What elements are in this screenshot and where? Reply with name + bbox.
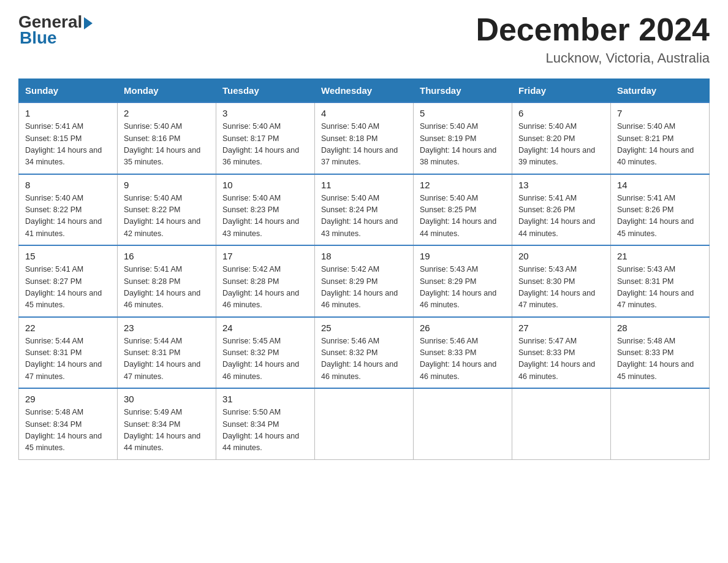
daylight-label: Daylight: 14 hours and 39 minutes.: [518, 146, 595, 166]
day-info: Sunrise: 5:43 AM Sunset: 8:30 PM Dayligh…: [518, 264, 604, 312]
sunset-label: Sunset: 8:22 PM: [124, 205, 180, 214]
calendar-cell: 2 Sunrise: 5:40 AM Sunset: 8:16 PM Dayli…: [118, 102, 216, 174]
day-info: Sunrise: 5:40 AM Sunset: 8:18 PM Dayligh…: [321, 121, 407, 169]
day-number: 31: [222, 394, 308, 404]
daylight-label: Daylight: 14 hours and 46 minutes.: [222, 360, 299, 380]
daylight-label: Daylight: 14 hours and 44 minutes.: [420, 217, 496, 237]
sunrise-label: Sunrise: 5:43 AM: [420, 265, 478, 274]
sunrise-label: Sunrise: 5:40 AM: [518, 122, 577, 131]
sunrise-label: Sunrise: 5:41 AM: [25, 122, 83, 131]
day-info: Sunrise: 5:48 AM Sunset: 8:34 PM Dayligh…: [25, 407, 111, 454]
day-info: Sunrise: 5:40 AM Sunset: 8:21 PM Dayligh…: [617, 121, 703, 169]
header-thursday: Thursday: [414, 79, 512, 103]
calendar-cell: 1 Sunrise: 5:41 AM Sunset: 8:15 PM Dayli…: [19, 102, 118, 174]
calendar-cell: 16 Sunrise: 5:41 AM Sunset: 8:28 PM Dayl…: [118, 245, 216, 317]
day-number: 12: [420, 180, 506, 190]
sunset-label: Sunset: 8:33 PM: [518, 348, 575, 357]
calendar-week-5: 29 Sunrise: 5:48 AM Sunset: 8:34 PM Dayl…: [19, 388, 710, 459]
daylight-label: Daylight: 14 hours and 38 minutes.: [420, 146, 496, 166]
sunset-label: Sunset: 8:34 PM: [124, 420, 180, 429]
day-info: Sunrise: 5:44 AM Sunset: 8:31 PM Dayligh…: [25, 335, 111, 383]
sunrise-label: Sunrise: 5:43 AM: [518, 265, 577, 274]
header-wednesday: Wednesday: [315, 79, 414, 103]
daylight-label: Daylight: 14 hours and 44 minutes.: [518, 217, 595, 237]
day-info: Sunrise: 5:41 AM Sunset: 8:26 PM Dayligh…: [518, 193, 604, 240]
sunrise-label: Sunrise: 5:41 AM: [518, 194, 577, 202]
day-info: Sunrise: 5:49 AM Sunset: 8:34 PM Dayligh…: [124, 407, 210, 454]
sunrise-label: Sunrise: 5:40 AM: [321, 194, 379, 202]
day-number: 10: [222, 180, 308, 190]
calendar-cell: 26 Sunrise: 5:46 AM Sunset: 8:33 PM Dayl…: [414, 317, 512, 389]
calendar-cell: 29 Sunrise: 5:48 AM Sunset: 8:34 PM Dayl…: [19, 388, 118, 459]
day-number: 2: [124, 108, 210, 118]
sunset-label: Sunset: 8:32 PM: [321, 348, 377, 357]
sunrise-label: Sunrise: 5:40 AM: [124, 194, 182, 202]
day-info: Sunrise: 5:46 AM Sunset: 8:33 PM Dayligh…: [420, 335, 506, 383]
daylight-label: Daylight: 14 hours and 46 minutes.: [518, 360, 595, 380]
calendar-week-3: 15 Sunrise: 5:41 AM Sunset: 8:27 PM Dayl…: [19, 245, 710, 317]
calendar-cell: 5 Sunrise: 5:40 AM Sunset: 8:19 PM Dayli…: [414, 102, 512, 174]
calendar-cell: 12 Sunrise: 5:40 AM Sunset: 8:25 PM Dayl…: [414, 174, 512, 246]
sunset-label: Sunset: 8:18 PM: [321, 134, 377, 143]
sunrise-label: Sunrise: 5:40 AM: [25, 194, 83, 202]
daylight-label: Daylight: 14 hours and 45 minutes.: [617, 217, 694, 237]
daylight-label: Daylight: 14 hours and 45 minutes.: [617, 360, 694, 380]
daylight-label: Daylight: 14 hours and 46 minutes.: [321, 289, 398, 309]
sunrise-label: Sunrise: 5:41 AM: [124, 265, 182, 274]
day-number: 6: [518, 108, 604, 118]
calendar-cell: 15 Sunrise: 5:41 AM Sunset: 8:27 PM Dayl…: [19, 245, 118, 317]
day-info: Sunrise: 5:40 AM Sunset: 8:20 PM Dayligh…: [518, 121, 604, 169]
day-number: 24: [222, 323, 308, 333]
sunset-label: Sunset: 8:26 PM: [518, 205, 575, 214]
daylight-label: Daylight: 14 hours and 46 minutes.: [222, 289, 299, 309]
daylight-label: Daylight: 14 hours and 47 minutes.: [617, 289, 694, 309]
header-sunday: Sunday: [19, 79, 118, 103]
header-friday: Friday: [512, 79, 611, 103]
day-number: 3: [222, 108, 308, 118]
calendar-cell: 20 Sunrise: 5:43 AM Sunset: 8:30 PM Dayl…: [512, 245, 611, 317]
calendar-cell: 22 Sunrise: 5:44 AM Sunset: 8:31 PM Dayl…: [19, 317, 118, 389]
calendar-cell: 11 Sunrise: 5:40 AM Sunset: 8:24 PM Dayl…: [315, 174, 414, 246]
day-info: Sunrise: 5:42 AM Sunset: 8:29 PM Dayligh…: [321, 264, 407, 312]
day-info: Sunrise: 5:42 AM Sunset: 8:28 PM Dayligh…: [222, 264, 308, 312]
sunset-label: Sunset: 8:31 PM: [617, 277, 673, 286]
sunset-label: Sunset: 8:24 PM: [321, 205, 377, 214]
sunset-label: Sunset: 8:29 PM: [321, 277, 377, 286]
sunset-label: Sunset: 8:27 PM: [25, 277, 82, 286]
day-number: 22: [25, 323, 111, 333]
sunset-label: Sunset: 8:34 PM: [25, 420, 82, 429]
day-number: 5: [420, 108, 506, 118]
sunrise-label: Sunrise: 5:43 AM: [617, 265, 675, 274]
sunset-label: Sunset: 8:23 PM: [222, 205, 279, 214]
day-number: 26: [420, 323, 506, 333]
calendar-cell: 25 Sunrise: 5:46 AM Sunset: 8:32 PM Dayl…: [315, 317, 414, 389]
sunset-label: Sunset: 8:19 PM: [420, 134, 476, 143]
calendar-cell: 13 Sunrise: 5:41 AM Sunset: 8:26 PM Dayl…: [512, 174, 611, 246]
sunset-label: Sunset: 8:34 PM: [222, 420, 279, 429]
sunrise-label: Sunrise: 5:44 AM: [124, 337, 182, 345]
sunrise-label: Sunrise: 5:40 AM: [321, 122, 379, 131]
day-info: Sunrise: 5:41 AM Sunset: 8:28 PM Dayligh…: [124, 264, 210, 312]
day-info: Sunrise: 5:41 AM Sunset: 8:15 PM Dayligh…: [25, 121, 111, 169]
day-number: 8: [25, 180, 111, 190]
calendar-cell: 19 Sunrise: 5:43 AM Sunset: 8:29 PM Dayl…: [414, 245, 512, 317]
day-number: 15: [25, 251, 111, 261]
day-number: 25: [321, 323, 407, 333]
day-info: Sunrise: 5:43 AM Sunset: 8:31 PM Dayligh…: [617, 264, 703, 312]
calendar-cell: 6 Sunrise: 5:40 AM Sunset: 8:20 PM Dayli…: [512, 102, 611, 174]
calendar-cell: 21 Sunrise: 5:43 AM Sunset: 8:31 PM Dayl…: [611, 245, 710, 317]
sunrise-label: Sunrise: 5:46 AM: [321, 337, 379, 345]
sunrise-label: Sunrise: 5:47 AM: [518, 337, 577, 345]
daylight-label: Daylight: 14 hours and 47 minutes.: [124, 360, 200, 380]
logo: General Blue: [18, 12, 93, 48]
day-info: Sunrise: 5:40 AM Sunset: 8:24 PM Dayligh…: [321, 193, 407, 240]
calendar-table: Sunday Monday Tuesday Wednesday Thursday…: [18, 79, 710, 460]
day-number: 4: [321, 108, 407, 118]
sunrise-label: Sunrise: 5:42 AM: [222, 265, 281, 274]
sunset-label: Sunset: 8:28 PM: [124, 277, 180, 286]
day-info: Sunrise: 5:41 AM Sunset: 8:27 PM Dayligh…: [25, 264, 111, 312]
sunrise-label: Sunrise: 5:41 AM: [25, 265, 83, 274]
calendar-cell: 14 Sunrise: 5:41 AM Sunset: 8:26 PM Dayl…: [611, 174, 710, 246]
day-number: 19: [420, 251, 506, 261]
day-info: Sunrise: 5:44 AM Sunset: 8:31 PM Dayligh…: [124, 335, 210, 383]
